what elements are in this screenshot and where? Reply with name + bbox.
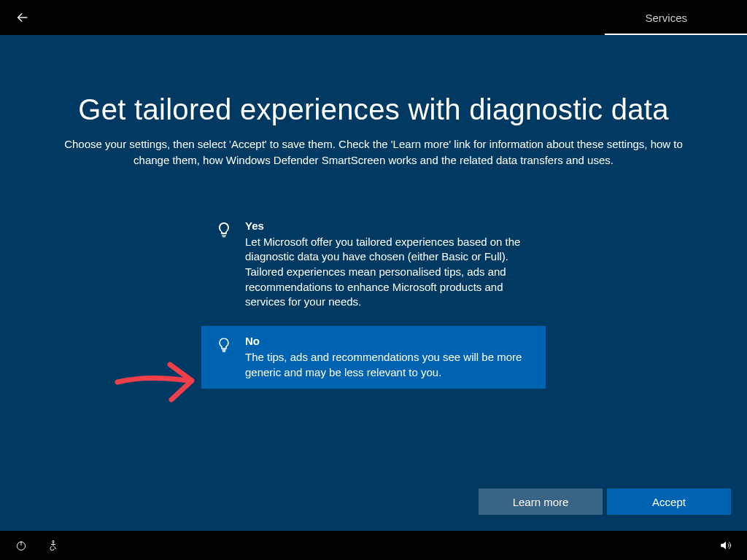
accessibility-icon [47, 539, 60, 552]
option-yes-desc: Let Microsoft offer you tailored experie… [245, 235, 530, 310]
svg-point-6 [53, 541, 54, 542]
arrow-left-icon [15, 9, 31, 26]
main-content: Get tailored experiences with diagnostic… [0, 35, 747, 531]
options-group: Yes Let Microsoft offer you tailored exp… [201, 211, 546, 389]
option-no-text: No The tips, ads and recommendations you… [235, 335, 530, 380]
footer-buttons: Learn more Accept [479, 489, 731, 515]
accept-button[interactable]: Accept [607, 489, 731, 515]
power-button[interactable] [15, 539, 28, 552]
page-subtitle: Choose your settings, then select 'Accep… [45, 136, 702, 168]
bottom-bar-right [719, 539, 732, 552]
accessibility-button[interactable] [47, 539, 60, 552]
back-button[interactable] [15, 9, 31, 26]
volume-icon [719, 539, 732, 552]
option-no[interactable]: No The tips, ads and recommendations you… [201, 326, 546, 389]
top-bar: Services [0, 0, 747, 35]
volume-button[interactable] [719, 539, 732, 552]
svg-rect-0 [222, 235, 226, 236]
option-no-desc: The tips, ads and recommendations you se… [245, 350, 530, 380]
page-title: Get tailored experiences with diagnostic… [0, 93, 747, 126]
services-nav-link[interactable]: Services [645, 12, 732, 24]
lightbulb-icon [213, 219, 235, 310]
option-no-title: No [245, 335, 530, 347]
option-yes-title: Yes [245, 219, 530, 232]
power-icon [15, 539, 28, 552]
option-yes[interactable]: Yes Let Microsoft offer you tailored exp… [201, 211, 546, 319]
annotation-arrow [113, 356, 201, 414]
svg-rect-1 [222, 236, 226, 237]
lightbulb-icon [213, 335, 235, 380]
bottom-bar [0, 531, 747, 560]
learn-more-button[interactable]: Learn more [479, 489, 603, 515]
bottom-bar-left [15, 539, 60, 552]
option-yes-text: Yes Let Microsoft offer you tailored exp… [235, 219, 530, 310]
